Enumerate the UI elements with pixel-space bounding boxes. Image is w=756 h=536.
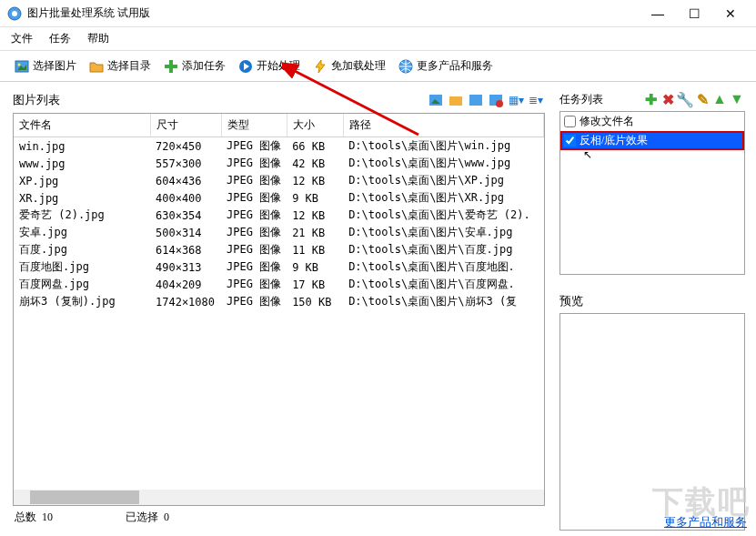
- task-list[interactable]: 修改文件名 反相/底片效果: [559, 111, 745, 275]
- start-label: 开始处理: [257, 58, 300, 74]
- col-filename[interactable]: 文件名: [14, 114, 150, 137]
- image-list-title: 图片列表: [13, 92, 60, 108]
- task-invert-checkbox[interactable]: [564, 135, 576, 147]
- file-table[interactable]: 文件名 尺寸 类型 大小 路径 win.jpg720×450JPEG 图像66 …: [13, 113, 545, 506]
- globe-icon: [398, 59, 413, 74]
- tool-folder-icon[interactable]: [447, 91, 465, 109]
- tool-view-icon[interactable]: ▦▾: [507, 91, 525, 109]
- preview-box: [559, 313, 745, 531]
- task-rename-checkbox[interactable]: [564, 116, 576, 127]
- status-bar: 总数 10 已选择 0: [13, 506, 545, 531]
- toolbar: 选择图片 选择目录 添加任务 开始处理 免加载处理 更多产品和服务: [0, 51, 756, 82]
- tool-remove-icon[interactable]: [487, 91, 505, 109]
- table-row[interactable]: win.jpg720×450JPEG 图像66 KBD:\tools\桌面\图片…: [14, 137, 544, 156]
- select-folder-label: 选择目录: [107, 58, 151, 74]
- play-icon: [238, 59, 253, 74]
- tool-image-icon[interactable]: [427, 91, 445, 109]
- close-button[interactable]: ✕: [712, 0, 749, 27]
- tool-list-icon[interactable]: ≣▾: [527, 91, 545, 109]
- task-item-invert[interactable]: 反相/底片效果: [560, 131, 744, 150]
- add-task-label: 添加任务: [182, 58, 226, 74]
- col-dimensions[interactable]: 尺寸: [150, 114, 221, 137]
- titlebar: 图片批量处理系统 试用版 — ☐ ✕: [0, 0, 756, 27]
- task-up-icon[interactable]: ▲: [711, 91, 728, 107]
- app-icon: [7, 6, 22, 21]
- image-icon: [15, 59, 29, 74]
- svg-point-3: [18, 63, 21, 66]
- select-folder-button[interactable]: 选择目录: [84, 56, 156, 76]
- folder-icon: [89, 59, 104, 74]
- task-brush-icon[interactable]: ✎: [694, 91, 711, 107]
- menu-file[interactable]: 文件: [11, 31, 33, 46]
- task-item-rename[interactable]: 修改文件名: [560, 112, 744, 131]
- col-size[interactable]: 大小: [287, 114, 343, 137]
- footer-more-link[interactable]: 更多产品和服务: [664, 514, 747, 531]
- start-button[interactable]: 开始处理: [233, 56, 306, 76]
- table-row[interactable]: 爱奇艺 (2).jpg630×354JPEG 图像12 KBD:\tools\桌…: [14, 207, 544, 224]
- table-row[interactable]: XP.jpg604×436JPEG 图像12 KBD:\tools\桌面\图片\…: [14, 172, 544, 189]
- horizontal-scrollbar[interactable]: [14, 490, 544, 505]
- select-images-button[interactable]: 选择图片: [9, 56, 82, 76]
- plus-icon: [164, 59, 178, 74]
- task-add-icon[interactable]: ✚: [642, 91, 659, 107]
- table-row[interactable]: www.jpg557×300JPEG 图像42 KBD:\tools\桌面\图片…: [14, 155, 544, 172]
- task-list-title: 任务列表: [559, 92, 603, 107]
- more-products-button[interactable]: 更多产品和服务: [393, 56, 499, 76]
- menubar: 文件 任务 帮助: [0, 27, 756, 51]
- table-row[interactable]: 百度网盘.jpg404×209JPEG 图像17 KBD:\tools\桌面\图…: [14, 276, 544, 293]
- table-row[interactable]: 百度.jpg614×368JPEG 图像11 KBD:\tools\桌面\图片\…: [14, 241, 544, 258]
- select-images-label: 选择图片: [33, 58, 76, 74]
- col-type[interactable]: 类型: [221, 114, 287, 137]
- no-load-label: 免加载处理: [331, 58, 386, 74]
- task-config-icon[interactable]: 🔧: [677, 91, 693, 107]
- preview-title: 预览: [559, 293, 745, 309]
- minimize-button[interactable]: —: [640, 0, 676, 27]
- svg-point-16: [496, 100, 503, 107]
- maximize-button[interactable]: ☐: [676, 0, 712, 27]
- svg-point-1: [12, 11, 17, 16]
- svg-marker-9: [316, 60, 325, 73]
- more-products-label: 更多产品和服务: [417, 58, 493, 74]
- svg-rect-14: [469, 95, 482, 106]
- tool-image2-icon[interactable]: [467, 91, 485, 109]
- svg-rect-13: [449, 96, 462, 106]
- table-row[interactable]: 崩坏3 (复制).jpg1742×1080JPEG 图像150 KBD:\too…: [14, 293, 544, 310]
- col-path[interactable]: 路径: [343, 114, 543, 137]
- table-row[interactable]: XR.jpg400×400JPEG 图像9 KBD:\tools\桌面\图片\X…: [14, 189, 544, 207]
- task-down-icon[interactable]: ▼: [729, 91, 745, 107]
- menu-help[interactable]: 帮助: [87, 31, 109, 46]
- window-title: 图片批量处理系统 试用版: [27, 5, 640, 21]
- no-load-button[interactable]: 免加载处理: [307, 56, 391, 76]
- image-list-tools: ▦▾ ≣▾: [427, 91, 545, 109]
- svg-rect-6: [165, 65, 177, 68]
- table-row[interactable]: 百度地图.jpg490×313JPEG 图像9 KBD:\tools\桌面\图片…: [14, 258, 544, 276]
- menu-task[interactable]: 任务: [49, 31, 71, 46]
- lightning-icon: [313, 59, 328, 74]
- add-task-button[interactable]: 添加任务: [158, 56, 231, 76]
- table-row[interactable]: 安卓.jpg500×314JPEG 图像21 KBD:\tools\桌面\图片\…: [14, 224, 544, 241]
- task-delete-icon[interactable]: ✖: [660, 91, 676, 107]
